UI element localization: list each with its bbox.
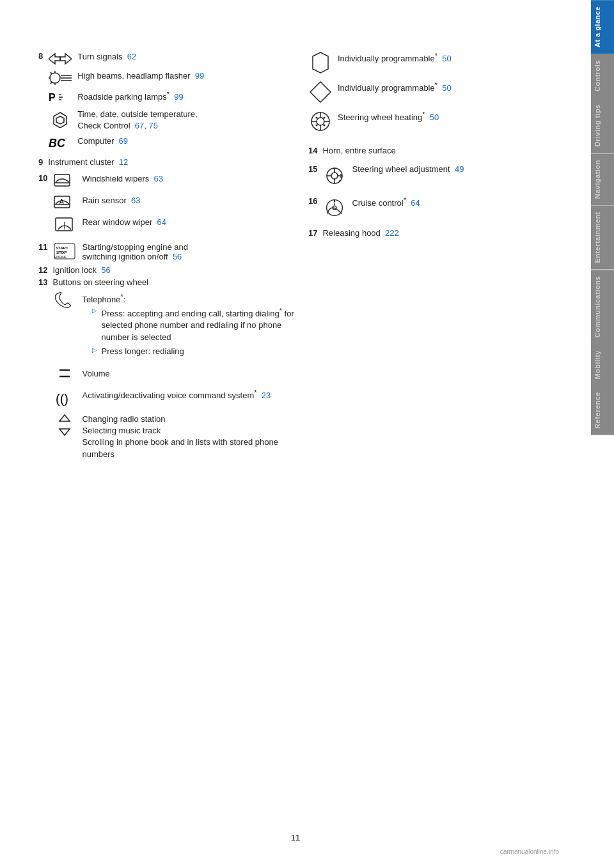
svg-text:((): (() bbox=[56, 392, 68, 406]
individually-prog-2-icon bbox=[308, 81, 333, 104]
volume-text: Volume bbox=[82, 368, 295, 380]
item-14-number: 14 bbox=[308, 146, 317, 155]
svg-text:START: START bbox=[56, 246, 68, 250]
sidebar-tab-driving-tips[interactable]: Driving tips bbox=[591, 98, 614, 153]
svg-line-5 bbox=[51, 82, 52, 84]
high-beams-icon bbox=[48, 70, 72, 86]
svg-marker-1 bbox=[60, 54, 72, 64]
individually-prog-2-text: Individually programmable* 50 bbox=[338, 81, 565, 95]
svg-text:ENGINE: ENGINE bbox=[54, 255, 67, 259]
item-9-number: 9 bbox=[38, 157, 43, 167]
turn-signals-text: Turn signals 62 bbox=[77, 51, 295, 63]
turn-signals-icon bbox=[48, 51, 72, 66]
telephone-icon bbox=[52, 292, 77, 313]
item-13-text: Buttons on steering wheel bbox=[52, 277, 295, 287]
sidebar-tab-reference[interactable]: Reference bbox=[591, 385, 614, 435]
voice-command-text: Activating/deactivating voice command sy… bbox=[82, 388, 295, 402]
svg-text:BC: BC bbox=[49, 137, 66, 150]
svg-marker-33 bbox=[59, 429, 70, 435]
svg-marker-15 bbox=[54, 112, 67, 128]
individually-prog-1-text: Individually programmable* 50 bbox=[338, 51, 565, 65]
volume-icon bbox=[52, 365, 77, 383]
computer-icon: BC bbox=[48, 136, 72, 151]
voice-command-icon: (() bbox=[52, 388, 77, 408]
item-17-number: 17 bbox=[308, 228, 317, 238]
windshield-wipers-icon bbox=[52, 173, 77, 191]
item-11-number: 11 bbox=[38, 242, 47, 252]
svg-marker-35 bbox=[310, 82, 331, 102]
svg-point-52 bbox=[339, 180, 340, 182]
svg-point-44 bbox=[316, 125, 318, 127]
item-16-number: 16 bbox=[308, 196, 317, 206]
cruise-control-icon bbox=[322, 196, 347, 219]
watermark: carmanualonline.info bbox=[500, 848, 559, 855]
svg-point-42 bbox=[316, 117, 318, 119]
item-9-text: Instrument cluster 12 bbox=[48, 157, 128, 167]
svg-point-53 bbox=[340, 176, 342, 178]
time-date-icon bbox=[48, 109, 72, 128]
high-beams-text: High beams, headlamp flasher 99 bbox=[77, 70, 295, 82]
svg-marker-16 bbox=[56, 116, 64, 124]
individually-prog-1-icon bbox=[308, 51, 333, 74]
steering-wheel-heating-text: Steering wheel heating* 50 bbox=[338, 110, 565, 124]
parking-lamps-text: Roadside parking lamps* 99 bbox=[77, 89, 295, 104]
steering-wheel-heating-icon bbox=[308, 110, 333, 133]
item-11-text: Starting/stopping engine andswitching ig… bbox=[82, 242, 188, 261]
item-15-number: 15 bbox=[308, 164, 317, 174]
sidebar: At a glance Controls Driving tips Naviga… bbox=[591, 0, 614, 868]
svg-text:P: P bbox=[49, 92, 56, 103]
svg-point-47 bbox=[331, 173, 338, 179]
sidebar-tab-entertainment[interactable]: Entertainment bbox=[591, 205, 614, 269]
parking-lamps-icon: P bbox=[48, 89, 72, 105]
rear-wiper-text: Rear window wiper 64 bbox=[82, 217, 295, 228]
telephone-text: Telephone*: ▷ Press: accepting and endin… bbox=[82, 292, 295, 360]
rear-wiper-icon bbox=[52, 217, 77, 235]
item-13-number: 13 bbox=[38, 277, 47, 465]
computer-text: Computer 69 bbox=[77, 136, 295, 147]
svg-marker-0 bbox=[49, 54, 60, 64]
item-14-text: Horn, entire surface bbox=[322, 146, 395, 155]
item-16-text: Cruise control* 64 bbox=[352, 196, 420, 208]
windshield-wipers-text: Windshield wipers 63 bbox=[82, 173, 295, 185]
steering-adjustment-icon bbox=[322, 164, 347, 187]
radio-station-text: Changing radio station Selecting music t… bbox=[82, 414, 295, 460]
item-8-number: 8 bbox=[38, 51, 43, 155]
svg-text:STOP: STOP bbox=[56, 251, 67, 254]
radio-station-icon bbox=[52, 414, 77, 437]
svg-line-4 bbox=[51, 72, 52, 74]
item-10-number: 10 bbox=[38, 173, 47, 238]
item-15-text: Steering wheel adjustment 49 bbox=[352, 164, 464, 174]
item-12-text: Ignition lock 56 bbox=[52, 265, 110, 275]
svg-text:A: A bbox=[59, 198, 64, 205]
item-12-number: 12 bbox=[38, 265, 47, 275]
svg-marker-34 bbox=[313, 52, 328, 73]
svg-point-2 bbox=[50, 73, 60, 83]
svg-point-54 bbox=[340, 174, 342, 175]
rain-sensor-icon: A bbox=[52, 195, 77, 213]
svg-point-37 bbox=[317, 118, 324, 125]
sidebar-tab-communications[interactable]: Communications bbox=[591, 270, 614, 344]
sidebar-tab-navigation[interactable]: Navigation bbox=[591, 153, 614, 205]
sidebar-tab-controls[interactable]: Controls bbox=[591, 54, 614, 98]
sidebar-tab-at-a-glance[interactable]: At a glance bbox=[591, 0, 614, 54]
rain-sensor-text: Rain sensor 63 bbox=[82, 195, 295, 206]
page-number: 11 bbox=[291, 833, 300, 842]
item-17-text: Releasing hood 222 bbox=[322, 228, 398, 238]
svg-point-45 bbox=[324, 125, 326, 127]
start-stop-icon: START STOP ENGINE bbox=[52, 242, 77, 260]
time-date-text: Time, date, outside temperature,Check Co… bbox=[77, 109, 295, 132]
svg-point-43 bbox=[324, 117, 326, 119]
sidebar-tab-mobility[interactable]: Mobility bbox=[591, 344, 614, 386]
svg-marker-32 bbox=[59, 415, 70, 421]
